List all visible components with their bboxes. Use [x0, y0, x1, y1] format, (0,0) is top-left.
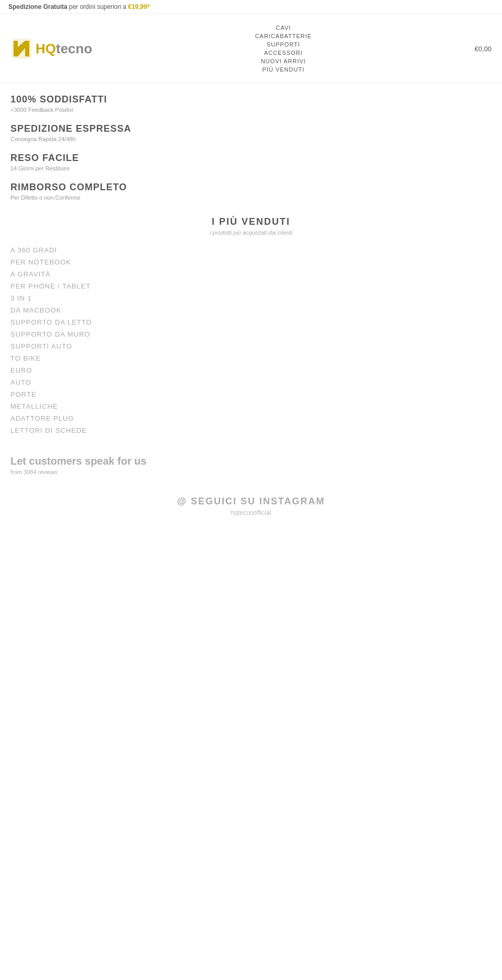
category-notebook[interactable]: PER NOTEBOOK [10, 258, 502, 266]
category-euro[interactable]: EURO [10, 366, 502, 374]
instagram-handle: hqtecnoofficial [10, 509, 492, 516]
feature-desc-soddisfatti: +3000 Feedback Positivi [10, 107, 492, 113]
feature-desc-spedizione: Consegna Rapida 24/48h [10, 136, 492, 142]
feature-desc-reso: 14 Giorni per Restituire [10, 165, 492, 171]
top-bar: Spedizione Gratuita per ordini superiori… [0, 0, 502, 14]
nav-item-accessori[interactable]: ACCESSORI [264, 50, 303, 56]
logo-text: HQtecno [36, 41, 92, 57]
nav-item-piu-venduti[interactable]: PIÙ VENDUTI [263, 66, 305, 73]
category-lettori-schede[interactable]: LETTORI DI SCHEDE [10, 426, 502, 434]
category-list: A 360 GRADI PER NOTEBOOK A GRAVITÀ PER P… [0, 241, 502, 440]
features-section: 100% SODDISFATTI +3000 Feedback Positivi… [0, 84, 502, 201]
reviews-subtitle: from 3084 reviews [10, 469, 492, 475]
category-3-in-1[interactable]: 3 IN 1 [10, 294, 502, 302]
feature-title-spedizione: SPEDIZIONE ESPRESSA [10, 123, 492, 134]
best-sellers-subtitle: i prodotti più acquistati dai clienti [10, 229, 492, 236]
nav-item-cavi[interactable]: CAVI [276, 25, 291, 31]
instagram-section: @ SEGUICI SU INSTAGRAM hqtecnoofficial [0, 480, 502, 527]
category-auto2[interactable]: AUTO [10, 378, 502, 386]
navigation: CAVI CARICABATTERIE SUPPORTI ACCESSORI N… [255, 19, 312, 78]
feature-soddisfatti: 100% SODDISFATTI +3000 Feedback Positivi [10, 94, 492, 113]
logo[interactable]: HQtecno [10, 38, 92, 60]
category-adattore-plug[interactable]: ADATTORE PLUG [10, 414, 502, 422]
nav-item-caricabatterie[interactable]: CARICABATTERIE [255, 33, 312, 39]
feature-title-rimborso: RIMBORSO COMPLETO [10, 182, 492, 193]
feature-title-soddisfatti: 100% SODDISFATTI [10, 94, 492, 105]
category-phone-tablet[interactable]: PER PHONE / TABLET [10, 282, 502, 290]
category-metalliche[interactable]: METALLICHE [10, 402, 502, 410]
category-360-gradi[interactable]: A 360 GRADI [10, 246, 502, 254]
best-sellers-header: I PIÙ VENDUTI i prodotti più acquistati … [0, 201, 502, 241]
feature-rimborso: RIMBORSO COMPLETO Per Difetto o non Conf… [10, 182, 492, 201]
category-macbook[interactable]: DA MACBOOK [10, 306, 502, 314]
category-auto[interactable]: SUPPORTI AUTO [10, 342, 502, 350]
nav-item-supporti[interactable]: SUPPORTI [267, 41, 300, 48]
reviews-title: Let customers speak for us [10, 455, 492, 467]
header: HQtecno CAVI CARICABATTERIE SUPPORTI ACC… [0, 14, 502, 84]
best-sellers-title: I PIÙ VENDUTI [10, 216, 492, 227]
reviews-section: Let customers speak for us from 3084 rev… [0, 440, 502, 480]
feature-spedizione: SPEDIZIONE ESPRESSA Consegna Rapida 24/4… [10, 123, 492, 142]
category-da-muro[interactable]: SUPPORTO DA MURO [10, 330, 502, 338]
cart-total: €0,00 [474, 45, 492, 53]
feature-title-reso: RESO FACILE [10, 153, 492, 164]
feature-reso: RESO FACILE 14 Giorni per Restituire [10, 153, 492, 171]
category-gravita[interactable]: A GRAVITÀ [10, 270, 502, 278]
category-da-letto[interactable]: SUPPORTO DA LETTO [10, 318, 502, 326]
feature-desc-rimborso: Per Difetto o non Conforme [10, 194, 492, 201]
category-to-bike[interactable]: TO BIKE [10, 354, 502, 362]
free-shipping-text: Spedizione Gratuita per ordini superiori… [8, 3, 150, 10]
footer-space [0, 527, 502, 840]
category-porte[interactable]: PORTE [10, 390, 502, 398]
cart-area[interactable]: €0,00 [474, 45, 492, 53]
instagram-title: @ SEGUICI SU INSTAGRAM [10, 496, 492, 507]
nav-item-nuovi-arrivi[interactable]: NUOVI ARRIVI [261, 58, 306, 64]
logo-icon [10, 38, 32, 60]
